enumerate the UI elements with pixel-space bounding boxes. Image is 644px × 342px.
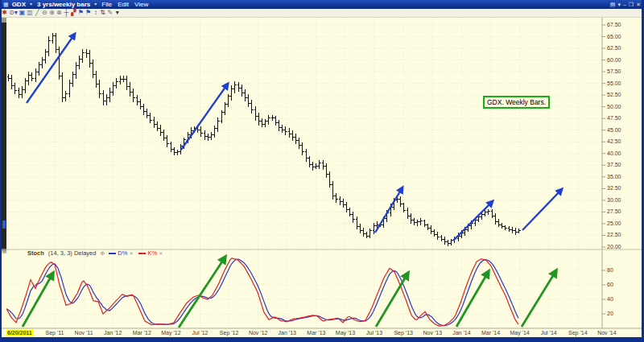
price-axis-label: 50.00: [607, 104, 621, 109]
price-axis-label: 22.50: [607, 232, 621, 237]
x-axis-label: Jan '12: [99, 330, 126, 336]
stoch-axis-label: 20: [607, 311, 613, 316]
x-axis-label: May '13: [332, 330, 359, 336]
app-icon: ▦: [3, 0, 9, 9]
price-axis-label: 32.50: [607, 185, 621, 191]
stoch-info-icon[interactable]: ⊕: [100, 249, 105, 258]
zoom-in-icon[interactable]: ⊕: [49, 9, 55, 17]
toolbar: ✱⊙▾▣▥╱⊖⊕⊗┼▞⚑⚑↕⇅✎▾: [0, 9, 644, 18]
menu-file[interactable]: File: [101, 0, 112, 9]
minimize-icon[interactable]: –: [623, 0, 626, 9]
flag-annotation-icon[interactable]: ⚑: [78, 9, 84, 17]
stoch-axis-label: 80: [607, 267, 613, 273]
price-axis-label: 67.50: [607, 22, 621, 27]
flag-annotation2-icon[interactable]: ⚑: [85, 9, 91, 17]
scrollbar-grip[interactable]: [2, 18, 6, 23]
restore-icon[interactable]: ❐: [629, 0, 634, 9]
stoch-axis-label: 40: [607, 296, 613, 302]
volume-panel-icon[interactable]: ▥: [27, 9, 33, 17]
window-controls: ▤▾–❐✕: [610, 0, 641, 9]
trendline-tool-icon[interactable]: ╱: [35, 9, 40, 17]
x-axis-label: Jul '13: [361, 330, 388, 336]
scrollbar-marker-icon: [2, 220, 6, 229]
legend-swatch: [138, 253, 146, 254]
stoch-axis-label: 60: [607, 282, 613, 287]
print-icon[interactable]: ▤: [610, 0, 616, 9]
x-axis-label: Sep '13: [390, 330, 417, 336]
x-axis-label: Sep '12: [216, 330, 243, 336]
zoom-tool-icon[interactable]: ⊙▾: [9, 9, 18, 17]
x-axis-label: May '14: [506, 330, 534, 336]
price-axis-label: 45.00: [607, 127, 621, 133]
x-axis-label: May '12: [157, 330, 184, 336]
x-axis-label: Nov '11: [70, 330, 97, 336]
indicator-icon[interactable]: ▞: [71, 9, 76, 17]
window-border-left: [0, 0, 2, 342]
price-axis-label: 60.00: [607, 57, 621, 63]
crosshair-tool-icon[interactable]: ┼: [64, 9, 69, 17]
layout-dropdown-icon[interactable]: ▾: [617, 0, 621, 9]
symbol-dropdown[interactable]: GDX: [12, 0, 26, 9]
x-axis-label: Nov '12: [245, 330, 272, 336]
titlebar: ▦ GDX ▾ 3 yrs/weekly bars ▾ FileEditView…: [0, 0, 644, 9]
legend-label: D%: [118, 249, 127, 258]
price-axis-label: 52.50: [607, 92, 621, 97]
pointer-tool-icon[interactable]: ✱: [2, 9, 7, 17]
zoom-out-icon[interactable]: ⊖: [42, 9, 47, 17]
x-axis-label: Nov '14: [593, 330, 621, 336]
x-axis-label: Sep '11: [41, 330, 68, 336]
chart-style-icon[interactable]: ▣: [19, 9, 26, 17]
price-axis-label: 47.50: [607, 115, 621, 121]
menu-view[interactable]: View: [134, 0, 148, 9]
price-axis-label: 25.00: [607, 220, 621, 226]
price-axis-label: 55.00: [607, 80, 621, 86]
window-border-bottom: [0, 337, 644, 342]
x-axis-label: Jul '12: [187, 330, 214, 336]
draw-tool-icon[interactable]: ✎: [107, 9, 113, 17]
price-axis-label: 42.50: [607, 138, 621, 144]
price-axis-label: 27.50: [607, 208, 621, 214]
symbol-caret-icon[interactable]: ▾: [30, 0, 32, 9]
legend-close-icon[interactable]: ✕: [159, 249, 163, 258]
zoom-reset-icon[interactable]: ⊗: [56, 9, 62, 17]
legend-swatch: [109, 253, 116, 254]
legend-k-percent: K%✕: [138, 249, 163, 258]
menubar: FileEditView: [101, 0, 154, 9]
chart-plot-area: [0, 18, 644, 337]
range-dropdown[interactable]: 3 yrs/weekly bars: [37, 0, 90, 9]
expand-vertical-icon[interactable]: ↕: [93, 9, 98, 17]
legend-close-icon[interactable]: ✕: [129, 249, 133, 258]
chart-window: ▦ GDX ▾ 3 yrs/weekly bars ▾ FileEditView…: [0, 0, 644, 342]
x-axis-label: Sep '14: [564, 330, 592, 336]
annotation-label-box[interactable]: GDX. Weekly Bars.: [483, 96, 550, 109]
x-axis-label: Mar '12: [128, 330, 155, 336]
stoch-title: Stoch: [27, 249, 44, 258]
price-axis-label: 62.50: [607, 45, 621, 51]
swap-scale-icon[interactable]: ⇅: [100, 9, 105, 17]
legend-d-percent: D%✕: [109, 249, 133, 258]
price-axis-label: 40.00: [607, 150, 621, 156]
price-axis-label: 30.00: [607, 197, 621, 203]
x-axis-start-date: 6/20/2011: [6, 330, 33, 336]
x-axis-label: Jan '13: [274, 330, 301, 336]
x-axis-label: Mar '13: [303, 330, 330, 336]
range-caret-icon[interactable]: ▾: [94, 0, 97, 9]
price-axis-label: 57.50: [607, 68, 621, 74]
x-axis-label: Jan '14: [448, 330, 475, 336]
price-axis-label: 37.50: [607, 162, 621, 167]
price-axis-label: 35.00: [607, 174, 621, 179]
menu-edit[interactable]: Edit: [118, 0, 129, 9]
price-axis-label: 65.00: [607, 34, 621, 39]
x-axis-label: Jul '14: [535, 330, 563, 336]
toolbar-dropdown-icon[interactable]: ▾: [114, 9, 120, 17]
stoch-params: (14, 3, 3) Delayed: [48, 249, 97, 258]
price-scrollbar[interactable]: [2, 18, 6, 250]
stoch-header: Stoch (14, 3, 3) Delayed ⊕ D%✕K%✕: [27, 249, 163, 258]
x-axis-label: Nov '13: [419, 330, 446, 336]
stoch-legend: D%✕K%✕: [109, 249, 163, 258]
legend-label: K%: [147, 249, 157, 258]
close-icon[interactable]: ✕: [636, 0, 641, 9]
x-axis-label: Mar '14: [477, 330, 505, 336]
stoch-panel-handle-icon[interactable]: ▦: [2, 248, 7, 254]
price-axis-label: 20.00: [607, 244, 621, 249]
